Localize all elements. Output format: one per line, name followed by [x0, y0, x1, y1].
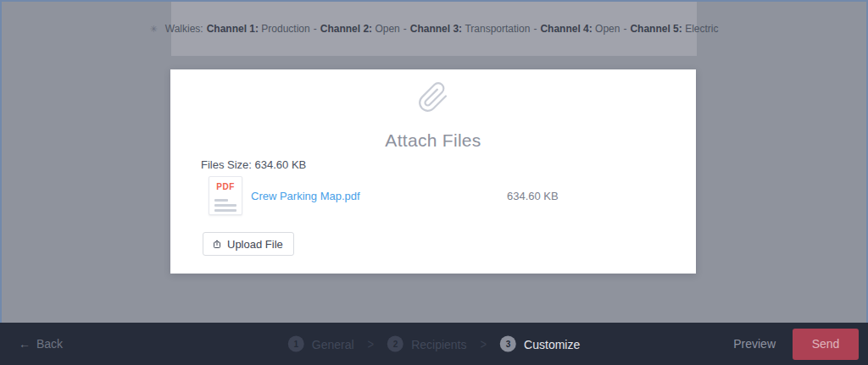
- send-button[interactable]: Send: [793, 329, 859, 360]
- upload-file-button[interactable]: Upload File: [203, 232, 294, 256]
- thumb-line: [214, 199, 228, 202]
- send-message-overlay: ✳ Walkies: Channel 1: Production - Chann…: [0, 0, 868, 365]
- separator: -: [533, 23, 537, 35]
- channel-2-value: Open: [375, 23, 399, 35]
- separator: -: [314, 23, 317, 35]
- step-recipients[interactable]: 2 Recipients: [387, 336, 466, 352]
- channel-5-label: Channel 5:: [630, 23, 682, 35]
- paperclip-icon: [170, 81, 696, 113]
- upload-button-label: Upload File: [227, 238, 283, 251]
- pdf-file-thumbnail[interactable]: PDF: [209, 176, 242, 215]
- step-2-badge: 2: [387, 336, 403, 352]
- step-customize[interactable]: 3 Customize: [500, 336, 580, 352]
- step-general[interactable]: 1 General: [288, 336, 354, 352]
- step-3-label: Customize: [524, 337, 580, 351]
- attach-files-card: Attach Files Files Size: 634.60 KB PDF C…: [170, 69, 696, 274]
- wizard-footer-bar: ←Back 1 General > 2 Recipients > 3 Custo…: [0, 323, 868, 365]
- step-1-label: General: [312, 337, 354, 351]
- channel-3-label: Channel 3:: [410, 23, 462, 35]
- walkie-channels-bar: ✳ Walkies: Channel 1: Production - Chann…: [171, 2, 697, 56]
- file-name-link[interactable]: Crew Parking Map.pdf: [251, 190, 360, 202]
- back-label: Back: [36, 337, 63, 351]
- upload-icon: [212, 239, 222, 250]
- channel-5-value: Electric: [685, 23, 718, 35]
- back-button[interactable]: ←Back: [19, 337, 63, 351]
- file-size: 634.60 KB: [507, 190, 559, 202]
- back-arrow-icon: ←: [19, 337, 31, 351]
- walkie-asterisk-icon: ✳: [150, 24, 158, 35]
- channel-4-value: Open: [595, 23, 620, 35]
- channel-4-label: Channel 4:: [540, 23, 592, 35]
- thumb-line: [214, 204, 236, 207]
- separator: -: [623, 23, 626, 35]
- separator: -: [403, 23, 407, 35]
- walkie-prefix: Walkies:: [165, 23, 203, 35]
- chevron-right-icon: >: [368, 335, 375, 352]
- channel-1-value: Production: [261, 23, 309, 35]
- step-1-badge: 1: [288, 336, 304, 352]
- pdf-badge: PDF: [216, 183, 235, 191]
- chevron-right-icon: >: [481, 335, 487, 352]
- channel-2-label: Channel 2:: [320, 23, 372, 35]
- preview-button[interactable]: Preview: [733, 337, 776, 351]
- files-size-total: Files Size: 634.60 KB: [201, 158, 306, 171]
- step-2-label: Recipients: [411, 337, 466, 351]
- step-3-badge: 3: [500, 336, 516, 352]
- channel-3-value: Transportation: [465, 23, 530, 35]
- wizard-steps: 1 General > 2 Recipients > 3 Customize: [288, 336, 581, 352]
- footer-actions: Preview Send: [733, 323, 859, 365]
- attached-file-row: PDF Crew Parking Map.pdf 634.60 KB: [209, 176, 665, 215]
- thumb-line: [214, 209, 236, 212]
- channel-1-label: Channel 1:: [207, 23, 259, 35]
- card-title: Attach Files: [170, 130, 696, 151]
